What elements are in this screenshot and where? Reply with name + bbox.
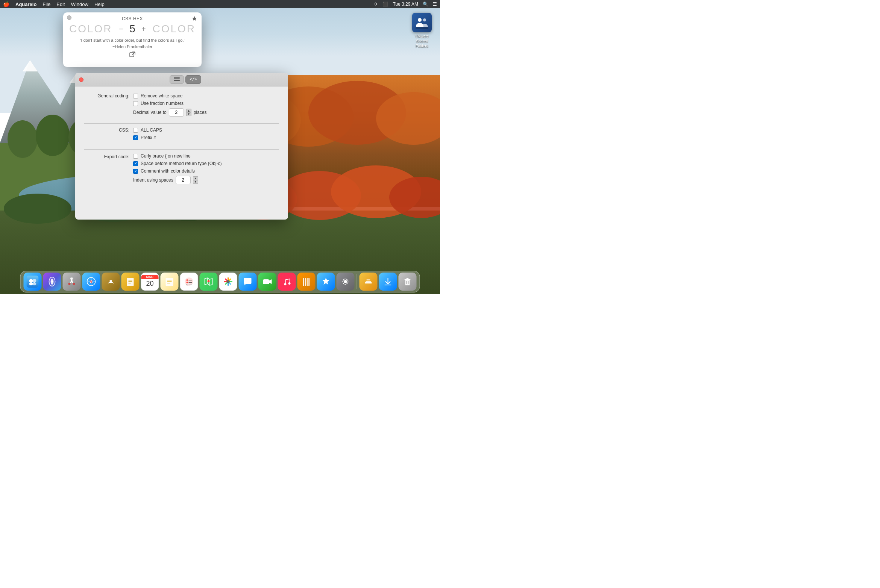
dock-messages[interactable] <box>239 273 257 291</box>
svg-rect-31 <box>174 77 180 78</box>
dock-notefile[interactable] <box>121 273 140 291</box>
dock-photos[interactable] <box>219 273 237 291</box>
dock-maps[interactable] <box>200 273 218 291</box>
svg-rect-90 <box>366 281 371 282</box>
all-caps-checkbox[interactable] <box>133 128 138 133</box>
app-name-menu[interactable]: Aquarelo <box>15 2 36 7</box>
svg-point-38 <box>33 282 36 285</box>
dock-books[interactable] <box>297 273 316 291</box>
comment-color-label: Comment with color details <box>141 168 195 174</box>
menubar-list-icon[interactable]: ☰ <box>433 2 437 7</box>
general-section: General coding: Remove white space Use f… <box>84 93 279 117</box>
menubar-icon-2[interactable]: ⬛ <box>382 2 388 7</box>
indent-input[interactable]: 2 <box>176 176 191 184</box>
decimal-stepper[interactable]: ▲ ▼ <box>186 109 191 116</box>
css-section: CSS: ALL CAPS Prefix # <box>84 127 279 142</box>
vmware-icon-img <box>412 13 432 32</box>
prefix-hash-row: Prefix # <box>133 135 162 140</box>
svg-marker-80 <box>269 279 272 284</box>
svg-rect-51 <box>127 278 134 286</box>
svg-point-20 <box>4 194 71 224</box>
svg-point-50 <box>110 280 112 282</box>
remove-whitespace-label: Remove white space <box>141 93 182 99</box>
svg-point-28 <box>423 18 426 21</box>
svg-rect-91 <box>367 279 370 280</box>
space-method-checkbox[interactable] <box>133 161 138 166</box>
dock-downloads[interactable] <box>379 273 397 291</box>
csshex-external-link[interactable] <box>63 51 202 58</box>
csshex-traffic-lights <box>67 15 71 20</box>
general-label: General coding: <box>84 93 129 99</box>
csshex-minus-btn[interactable]: − <box>117 25 125 33</box>
csshex-window: CSS HEX COLOR − 5 + COLOR "I don't start… <box>63 12 202 67</box>
file-menu[interactable]: File <box>42 2 50 7</box>
use-fraction-row: Use fraction numbers <box>133 101 206 106</box>
css-label: CSS: <box>84 127 129 133</box>
window-menu[interactable]: Window <box>71 2 88 7</box>
svg-rect-32 <box>174 79 180 80</box>
svg-line-76 <box>229 279 231 280</box>
decimal-row: Decimal value to 2 ▲ ▼ places <box>133 108 206 117</box>
indent-step-down[interactable]: ▼ <box>193 180 198 184</box>
csshex-pin-btn[interactable] <box>191 15 198 24</box>
dock-facetime[interactable] <box>258 273 276 291</box>
vmware-shared-folders[interactable]: VMware SharedFolders <box>410 13 434 48</box>
settings-tabs: </> <box>170 75 201 84</box>
decimal-input[interactable]: 2 <box>169 108 184 117</box>
dock-appstore[interactable] <box>317 273 335 291</box>
csshex-title: CSS HEX <box>63 16 202 21</box>
csshex-quote: "I don't start with a color order, but f… <box>63 35 202 50</box>
dock-music[interactable] <box>278 273 296 291</box>
svg-rect-29 <box>416 27 428 29</box>
dock-safari[interactable] <box>82 273 100 291</box>
settings-body: General coding: Remove white space Use f… <box>75 86 288 198</box>
dock-stacks[interactable] <box>360 273 378 291</box>
dock-trash[interactable] <box>399 273 417 291</box>
svg-point-82 <box>288 282 291 285</box>
indent-stepper[interactable]: ▲ ▼ <box>193 176 198 184</box>
svg-line-74 <box>226 279 227 280</box>
use-fraction-checkbox[interactable] <box>133 101 138 106</box>
menubar-time: Tue 3:29 AM <box>393 2 418 7</box>
svg-point-36 <box>33 279 36 283</box>
settings-tab-toggle[interactable] <box>170 75 184 84</box>
svg-point-87 <box>344 280 347 283</box>
curly-brace-row: Curly brace { on new line <box>133 153 222 159</box>
comment-color-checkbox[interactable] <box>133 169 138 174</box>
all-caps-row: ALL CAPS <box>133 127 162 133</box>
decimal-step-up[interactable]: ▲ <box>186 109 191 112</box>
decimal-step-down[interactable]: ▼ <box>186 112 191 116</box>
apple-menu[interactable]: 🍎 <box>3 1 9 7</box>
dock-eagle[interactable] <box>102 273 120 291</box>
edit-menu[interactable]: Edit <box>56 2 65 7</box>
dock-reminders[interactable] <box>180 273 198 291</box>
prefix-hash-checkbox[interactable] <box>133 135 138 140</box>
svg-point-42 <box>70 277 73 280</box>
svg-point-60 <box>187 279 188 281</box>
curly-brace-checkbox[interactable] <box>133 154 138 159</box>
dock-calendar[interactable]: MAR 20 <box>141 273 159 291</box>
settings-tab-code[interactable]: </> <box>185 75 201 84</box>
dock-launchpad[interactable] <box>63 273 81 291</box>
export-section: Export code: Curly brace { on new line S… <box>84 153 279 184</box>
menubar-icon-1[interactable]: ✈ <box>374 2 378 7</box>
csshex-plus-btn[interactable]: + <box>140 25 147 33</box>
svg-point-44 <box>73 283 75 285</box>
csshex-close-btn[interactable] <box>67 15 71 20</box>
space-method-label: Space before method return type (Obj-c) <box>141 161 222 166</box>
dock-system-prefs[interactable] <box>337 273 355 291</box>
dock-siri[interactable] <box>43 273 61 291</box>
dock-finder[interactable] <box>24 273 42 291</box>
menubar-search-icon[interactable]: 🔍 <box>423 2 428 7</box>
indent-step-up[interactable]: ▲ <box>193 176 198 180</box>
use-fraction-label: Use fraction numbers <box>141 101 184 106</box>
help-menu[interactable]: Help <box>94 2 105 7</box>
dock-notes[interactable] <box>161 273 179 291</box>
indent-label: Indent using spaces <box>133 177 173 183</box>
dock: MAR 20 <box>20 271 420 292</box>
settings-close-btn[interactable] <box>79 77 83 82</box>
svg-line-77 <box>226 283 227 284</box>
comment-color-row: Comment with color details <box>133 168 222 174</box>
svg-point-62 <box>187 282 188 283</box>
remove-whitespace-checkbox[interactable] <box>133 94 138 99</box>
